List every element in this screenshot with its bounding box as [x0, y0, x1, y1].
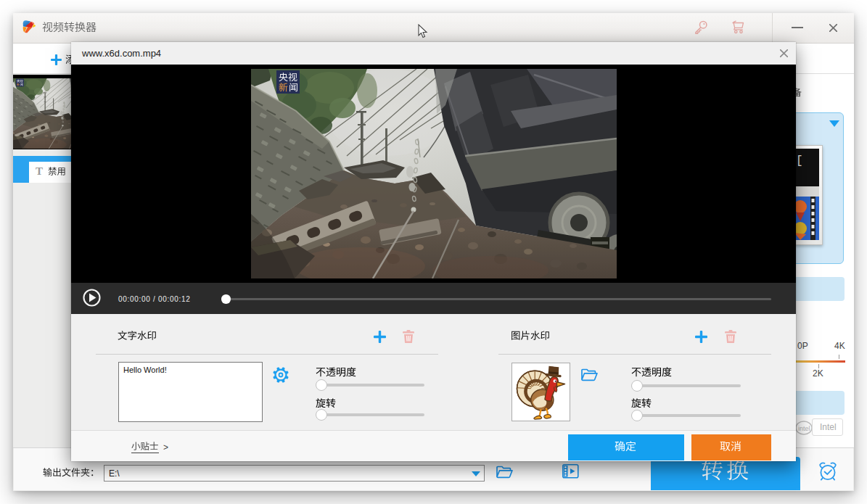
svg-text:intel: intel	[798, 425, 810, 432]
